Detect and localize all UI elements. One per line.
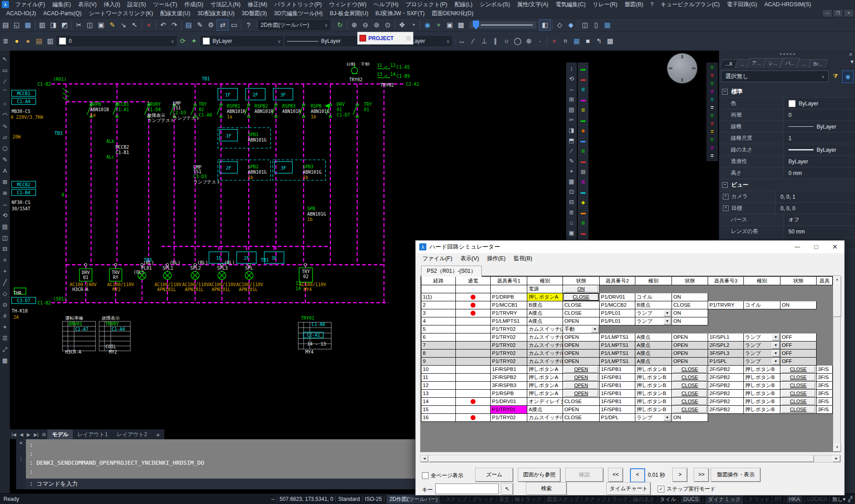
table-horizontal-scrollbar[interactable]: ◀ ▶ xyxy=(420,455,841,462)
tool-icon[interactable]: ↔ xyxy=(0,200,9,209)
property-row[interactable]: 透過性ByLayer xyxy=(719,156,855,167)
tool-icon[interactable]: ✎ xyxy=(0,155,9,165)
menu-item[interactable]: 3D配線支援(U) xyxy=(194,10,238,17)
menu-item[interactable]: 編集(E) xyxy=(49,1,75,8)
tool-icon[interactable]: ⌖ xyxy=(0,322,9,332)
wire-style-icon[interactable]: = xyxy=(708,144,717,152)
menu-item[interactable]: 寸法記入(N) xyxy=(207,1,244,8)
wire-style-icon[interactable]: = xyxy=(708,104,717,112)
column-header[interactable]: 器具番号1 xyxy=(491,276,527,285)
property-value[interactable]: 0, 0, 0 xyxy=(776,203,855,214)
dialog-close-button[interactable]: ✕ xyxy=(826,241,844,253)
tool-icon[interactable]: A xyxy=(0,166,9,176)
toolbar-grip-icon[interactable]: ||| xyxy=(406,36,411,41)
property-row[interactable]: 線種ByLayer xyxy=(719,121,855,133)
first-tab-icon[interactable]: |◀ xyxy=(10,432,18,437)
tool-icon[interactable]: ◆ xyxy=(579,197,588,207)
tool-icon[interactable]: ◠ xyxy=(0,110,9,120)
select-icon[interactable]: ↖ xyxy=(129,20,140,30)
menu-item[interactable]: シートワークスリンク(K) xyxy=(85,10,157,17)
property-row[interactable]: +目標0, 0, 0 xyxy=(719,203,855,214)
grid2-icon[interactable]: ▦ xyxy=(571,36,582,46)
tool-icon[interactable]: ≋ xyxy=(0,188,9,198)
tool-icon[interactable]: ⟲ xyxy=(567,74,576,84)
menu-item[interactable]: 電気編集(C) xyxy=(552,1,589,8)
sheet-icon[interactable]: ▯ xyxy=(591,20,602,30)
layer-dropdown[interactable]: 0∨ xyxy=(56,35,177,47)
state-toggle-button[interactable]: CLOSE xyxy=(673,382,707,389)
zoom-extents-icon[interactable]: ⊚ xyxy=(371,20,382,30)
column-header[interactable]: 状態 xyxy=(563,276,600,285)
property-value[interactable]: オフ xyxy=(784,214,855,225)
column-header[interactable]: 器具番号2 xyxy=(600,276,635,285)
linetype-dropdown[interactable]: ByLayer∨ xyxy=(284,35,368,47)
wire-style-icon[interactable]: = xyxy=(708,88,717,96)
tool-icon[interactable]: ⊟ xyxy=(567,197,576,207)
collapse-icon[interactable]: − xyxy=(722,182,728,188)
navigation-ball-widget[interactable] xyxy=(667,53,697,83)
slash-icon[interactable]: ∕ xyxy=(467,36,479,46)
render-quality-slider[interactable] xyxy=(469,21,536,29)
tool-icon[interactable]: ≣ xyxy=(579,177,588,187)
save-icon[interactable]: ▦ xyxy=(22,20,33,30)
tool-icon[interactable]: ○ xyxy=(0,99,9,109)
property-value[interactable]: ByLayer xyxy=(784,98,855,109)
menu-item[interactable]: 配線(L) xyxy=(451,1,476,8)
menu-item[interactable]: 3D盤図(3) xyxy=(238,10,271,17)
state-toggle-button[interactable]: CLOSE xyxy=(673,366,707,373)
state-toggle-button[interactable]: CLOSE xyxy=(781,406,815,413)
scroll-down-icon[interactable]: ▼ xyxy=(833,444,841,452)
command-panel-grip-icon[interactable]: ⁞ xyxy=(16,457,26,462)
zoom-in-icon[interactable]: ⊕ xyxy=(349,20,360,30)
property-row[interactable]: レンズの長50 mm xyxy=(719,226,855,237)
edit-icon[interactable]: ✎ xyxy=(194,20,205,30)
tab-list-icon[interactable]: ⊞ xyxy=(40,432,47,437)
search-button[interactable]: 検索 xyxy=(526,483,567,495)
panel-operation-display-button[interactable]: 盤図操作・表示 xyxy=(711,468,760,482)
wire-style-icon[interactable]: = xyxy=(708,128,717,136)
layer-table-icon[interactable]: ▤ xyxy=(33,36,45,46)
column-header[interactable]: 器具 xyxy=(817,276,833,285)
tool-icon[interactable]: ↔ xyxy=(567,84,576,94)
status-toggle[interactable]: 直交 xyxy=(499,496,510,503)
match-properties-icon[interactable]: ✎ xyxy=(107,20,118,30)
layer-new-icon[interactable]: ✦ xyxy=(188,36,200,46)
copy-icon[interactable]: ◫ xyxy=(84,20,96,30)
eyedropper-icon[interactable]: ↘ xyxy=(118,20,129,30)
color-dropdown[interactable]: ByLayer∨ xyxy=(200,35,284,47)
status-text-style[interactable]: Standard xyxy=(338,496,360,502)
menu-item[interactable]: 電子回路(G) xyxy=(723,1,761,8)
property-value[interactable]: ByLayer xyxy=(784,121,855,132)
tool-icon[interactable]: ⌒ xyxy=(0,88,9,98)
circle-tool-icon[interactable]: ○ xyxy=(501,36,512,46)
pan-icon[interactable]: ✥ xyxy=(396,20,408,30)
step-mode-checkbox[interactable]: ✓ ステップ実行モード xyxy=(658,485,716,493)
command-panel-close-icon[interactable]: ✕ xyxy=(16,441,26,446)
wire-style-icon[interactable]: = xyxy=(708,112,717,120)
property-value[interactable]: 1 xyxy=(784,133,855,144)
tool-icon[interactable]: ▬ xyxy=(579,136,588,146)
panel-tab-overflow-icon[interactable]: ▼ xyxy=(850,59,855,64)
checkbox-box[interactable] xyxy=(422,472,429,479)
tool-icon[interactable]: ▭ xyxy=(0,66,9,75)
delete-icon[interactable]: × xyxy=(143,20,154,30)
scroll-thumb[interactable] xyxy=(833,283,841,317)
state-toggle-button[interactable]: CLOSE xyxy=(673,398,707,405)
column-header[interactable]: 経路 xyxy=(421,276,456,285)
state-toggle-button[interactable]: CLOSE xyxy=(673,374,707,381)
regen-icon[interactable]: ↻ xyxy=(334,20,346,30)
state-toggle-button[interactable]: OPEN xyxy=(564,382,598,389)
scroll-right-icon[interactable]: ▶ xyxy=(833,455,840,462)
menu-item[interactable]: リレー(R) xyxy=(589,1,621,8)
status-workspace[interactable]: 2D作図(ツールバー) xyxy=(387,495,440,504)
dropdown-arrow-icon[interactable]: ▼ xyxy=(591,326,599,333)
parallel-icon[interactable]: ∥ xyxy=(490,36,501,46)
panel-tab[interactable]: Br... xyxy=(808,59,828,68)
confirm-button[interactable]: 確認 xyxy=(566,468,603,482)
window-button[interactable]: × xyxy=(844,10,853,17)
tool-icon[interactable]: # xyxy=(0,311,9,321)
hscroll-thumb[interactable] xyxy=(429,455,814,462)
checkbox-check-icon[interactable]: ✓ xyxy=(658,486,664,492)
settings-gear-icon[interactable]: ⚙ xyxy=(205,20,217,30)
wire-style-icon[interactable]: = xyxy=(708,72,717,79)
